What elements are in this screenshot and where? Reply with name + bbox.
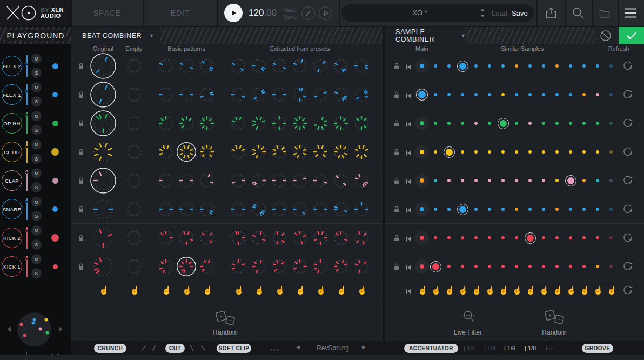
tap-hand-icon[interactable]: ☝ bbox=[607, 285, 617, 295]
tap-hand-icon[interactable]: ☝ bbox=[182, 285, 192, 295]
beat-pattern[interactable] bbox=[310, 170, 331, 193]
solo-button[interactable]: S bbox=[31, 125, 42, 135]
track-volume-knob[interactable] bbox=[25, 63, 28, 66]
lock-icon[interactable] bbox=[394, 62, 399, 72]
beat-pattern[interactable] bbox=[310, 113, 331, 136]
preset-selector[interactable]: XO * Load Save bbox=[341, 4, 534, 22]
beat-pattern[interactable] bbox=[89, 195, 117, 225]
beat-pattern[interactable] bbox=[310, 256, 331, 279]
sample-dot[interactable] bbox=[569, 208, 572, 211]
beat-pattern[interactable] bbox=[228, 256, 249, 279]
tap-tempo-button[interactable] bbox=[301, 6, 315, 20]
beat-pattern[interactable] bbox=[310, 228, 331, 250]
sample-dot[interactable] bbox=[515, 93, 518, 96]
sample-dot[interactable] bbox=[434, 208, 437, 211]
beat-pattern[interactable] bbox=[156, 256, 176, 279]
sample-dot[interactable] bbox=[488, 236, 491, 239]
beat-combiner-dropdown[interactable]: BEAT COMBINER ▼ bbox=[71, 27, 160, 44]
sample-dot[interactable] bbox=[434, 64, 437, 68]
beat-pattern[interactable] bbox=[351, 199, 372, 222]
beat-pattern[interactable] bbox=[176, 256, 197, 279]
sample-dot[interactable] bbox=[501, 236, 505, 239]
track-pad-flex-2[interactable]: FLEX 2 bbox=[2, 56, 22, 76]
sample-dot[interactable] bbox=[528, 265, 532, 268]
track-volume-knob[interactable] bbox=[25, 257, 28, 261]
beat-pattern[interactable] bbox=[228, 228, 249, 250]
track-volume-knob[interactable] bbox=[25, 229, 28, 232]
beat-pattern[interactable] bbox=[89, 224, 117, 254]
main-sample-dot[interactable] bbox=[420, 264, 424, 269]
dice-icon[interactable] bbox=[542, 308, 566, 326]
beat-pattern[interactable] bbox=[228, 199, 249, 222]
sample-dot[interactable] bbox=[596, 93, 599, 96]
sample-dot[interactable] bbox=[447, 64, 451, 68]
beat-pattern[interactable] bbox=[269, 142, 290, 164]
host-sync-label[interactable]: Host Sync bbox=[283, 6, 296, 21]
sample-dot[interactable] bbox=[528, 64, 532, 68]
sample-dot[interactable] bbox=[515, 64, 518, 68]
sample-dot[interactable] bbox=[515, 179, 518, 182]
beat-pattern[interactable] bbox=[351, 228, 372, 250]
beat-pattern[interactable] bbox=[197, 199, 217, 222]
sample-dot[interactable] bbox=[434, 122, 437, 125]
skip-to-start-icon[interactable] bbox=[405, 91, 412, 101]
sample-random-button[interactable]: Random bbox=[527, 329, 581, 336]
track-volume-knob[interactable] bbox=[25, 90, 28, 93]
sample-dot[interactable] bbox=[515, 265, 518, 268]
lock-icon[interactable] bbox=[394, 148, 399, 158]
beat-pattern[interactable] bbox=[351, 113, 372, 136]
tap-hand-icon[interactable]: ☝ bbox=[472, 285, 482, 295]
tap-hand-icon[interactable]: ☝ bbox=[337, 285, 347, 295]
main-sample-dot[interactable] bbox=[420, 236, 424, 240]
skip-to-start-icon[interactable] bbox=[405, 120, 412, 130]
sample-dot[interactable] bbox=[488, 64, 491, 68]
tap-hand-icon[interactable]: ☝ bbox=[275, 285, 285, 295]
refresh-samples-icon[interactable] bbox=[622, 146, 633, 159]
sample-dot[interactable] bbox=[434, 236, 437, 239]
refresh-samples-icon[interactable] bbox=[622, 232, 633, 245]
beat-pattern[interactable] bbox=[290, 113, 310, 136]
track-pad-kick-1[interactable]: KICK 1 bbox=[2, 256, 22, 277]
beat-pattern[interactable] bbox=[197, 228, 217, 250]
sample-dot[interactable] bbox=[582, 208, 586, 211]
crunch-button[interactable]: CRUNCH bbox=[94, 344, 126, 353]
skip-to-start-icon[interactable] bbox=[405, 235, 412, 244]
sample-dot[interactable] bbox=[542, 64, 545, 68]
division-1-6[interactable]: | 1/6 bbox=[504, 345, 515, 351]
xy-pad[interactable] bbox=[17, 312, 51, 346]
track-volume-slider[interactable] bbox=[26, 141, 28, 163]
beat-pattern[interactable] bbox=[269, 228, 290, 250]
beat-pattern[interactable] bbox=[124, 199, 144, 222]
beat-random-button[interactable]: Random bbox=[198, 329, 252, 336]
main-sample-dot[interactable] bbox=[420, 64, 424, 68]
refresh-samples-icon[interactable] bbox=[622, 261, 633, 274]
mute-button[interactable]: M bbox=[31, 82, 42, 92]
skip-to-start-icon[interactable] bbox=[405, 63, 412, 72]
sample-dot[interactable] bbox=[528, 93, 532, 96]
sample-dot[interactable] bbox=[596, 150, 599, 154]
sample-dot[interactable] bbox=[582, 265, 586, 268]
sample-dot[interactable] bbox=[582, 64, 586, 68]
sample-dot[interactable] bbox=[555, 64, 559, 68]
play-button[interactable] bbox=[224, 4, 243, 22]
solo-button[interactable]: S bbox=[31, 182, 42, 192]
beat-pattern[interactable] bbox=[290, 142, 310, 164]
export-button[interactable] bbox=[545, 6, 558, 22]
tap-hand-icon[interactable]: ☝ bbox=[580, 285, 590, 295]
solo-button[interactable]: S bbox=[31, 268, 42, 278]
beat-pattern[interactable] bbox=[290, 84, 310, 107]
refresh-samples-icon[interactable] bbox=[622, 204, 633, 217]
sample-dot[interactable] bbox=[569, 265, 572, 268]
beat-pattern[interactable] bbox=[176, 113, 197, 136]
track-pad-flex-1[interactable]: FLEX 1 bbox=[2, 84, 22, 105]
sample-dot[interactable] bbox=[488, 93, 491, 96]
preview-play-button[interactable] bbox=[319, 6, 332, 20]
sample-dot[interactable] bbox=[434, 93, 437, 96]
beat-pattern[interactable] bbox=[124, 228, 144, 250]
dice-icon[interactable] bbox=[213, 309, 237, 328]
next-preset-arrow[interactable]: ▶ bbox=[362, 344, 366, 350]
swing-down-icon[interactable]: ↓⌣ bbox=[545, 344, 553, 352]
sample-dot[interactable] bbox=[488, 265, 491, 268]
beat-pattern[interactable] bbox=[290, 199, 310, 222]
lock-icon[interactable] bbox=[394, 91, 399, 101]
